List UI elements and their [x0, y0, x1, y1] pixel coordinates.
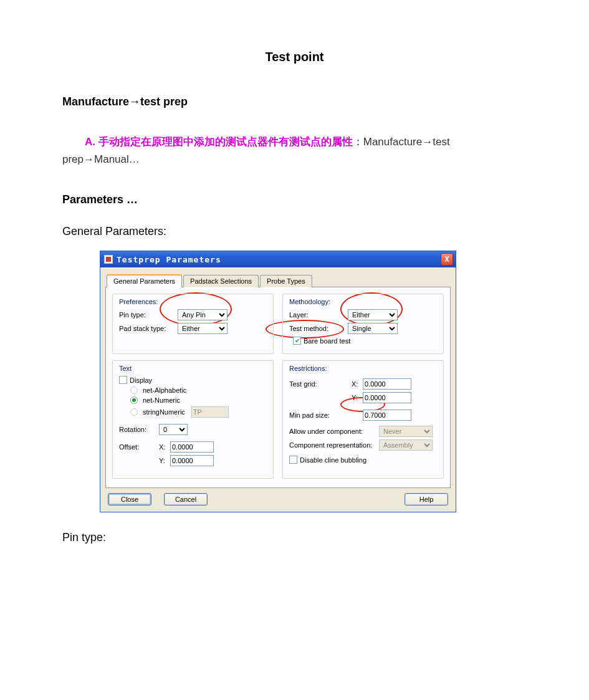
tab-panel-general: Preferences: Pin type: Any Pin Pad stack…	[105, 287, 451, 488]
label-x: X:	[352, 380, 360, 388]
label-comp-rep: Component representation:	[289, 441, 376, 449]
label-pin-type: Pin type:	[119, 311, 175, 319]
label-padstack-type: Pad stack type:	[119, 325, 175, 332]
select-test-method[interactable]: Single	[348, 323, 398, 334]
label-string-numeric: stringNumeric	[143, 408, 185, 416]
label-bare-board: Bare board test	[304, 337, 350, 345]
label-net-numeric: net-Numeric	[143, 396, 180, 404]
checkbox-bare-board[interactable]	[293, 337, 301, 345]
label-rotation: Rotation:	[119, 426, 156, 433]
label-min-pad: Min pad size:	[289, 411, 349, 419]
label-layer: Layer:	[289, 311, 345, 319]
select-pin-type[interactable]: Any Pin	[178, 309, 227, 320]
note-highlight: A. 手动指定在原理图中添加的测试点器件有测试点的属性	[85, 136, 353, 148]
label-allow-under: Allow under component:	[289, 428, 376, 435]
app-icon	[104, 255, 113, 264]
group-title: Methodology:	[289, 298, 437, 305]
group-methodology: Methodology: Layer: Either Test method: …	[282, 294, 444, 354]
select-comp-rep: Assembly	[379, 439, 433, 451]
radio-string-numeric[interactable]	[130, 408, 138, 416]
checkbox-display[interactable]	[119, 376, 127, 384]
titlebar: Testprep Parameters X	[100, 251, 456, 267]
cancel-button[interactable]: Cancel	[164, 493, 208, 506]
group-restrictions: Restrictions: Test grid: X: Y: Min	[282, 360, 444, 479]
group-title: Preferences:	[119, 298, 267, 305]
general-heading: General Parameters:	[62, 225, 527, 238]
window-title: Testprep Parameters	[117, 255, 441, 264]
dialog-window: Testprep Parameters X General Parameters…	[100, 251, 456, 512]
radio-net-alpha[interactable]	[130, 386, 138, 394]
button-row: Close Cancel Help	[105, 488, 451, 507]
label-offset: Offset:	[119, 443, 156, 451]
tab-general[interactable]: General Parameters	[107, 274, 182, 287]
input-string-prefix	[191, 406, 229, 418]
pin-type-label: Pin type:	[62, 531, 527, 544]
checkbox-disable-bubble[interactable]	[289, 456, 297, 464]
label-display: Display	[130, 376, 152, 384]
label-net-alpha: net-Alphabetic	[143, 386, 186, 394]
label-y: Y:	[159, 457, 168, 464]
select-padstack-type[interactable]: Either	[178, 323, 227, 334]
close-button[interactable]: Close	[108, 493, 151, 506]
input-testgrid-x[interactable]	[363, 378, 411, 390]
label-test-method: Test method:	[289, 325, 345, 332]
tab-probe[interactable]: Probe Types	[260, 275, 312, 287]
label-test-grid: Test grid:	[289, 380, 349, 388]
input-testgrid-y[interactable]	[363, 392, 411, 403]
select-layer[interactable]: Either	[348, 309, 398, 320]
input-offset-y[interactable]	[170, 455, 214, 466]
group-preferences: Preferences: Pin type: Any Pin Pad stack…	[112, 294, 274, 354]
page-title: Test point	[62, 50, 527, 64]
tabstrip: General Parameters Padstack Selections P…	[105, 271, 451, 287]
select-rotation[interactable]: 0	[159, 424, 188, 435]
section-subtitle: Manufacture→test prep	[62, 95, 527, 108]
radio-net-numeric[interactable]	[130, 396, 138, 404]
group-title: Restrictions:	[289, 365, 437, 372]
label-y: Y:	[352, 394, 360, 401]
label-disable-bubble: Disable cline bubbling	[300, 456, 366, 464]
close-icon[interactable]: X	[441, 253, 453, 266]
input-min-pad[interactable]	[363, 410, 411, 421]
parameters-heading: Parameters …	[62, 193, 527, 206]
select-allow-under: Never	[379, 426, 433, 437]
tab-padstack[interactable]: Padstack Selections	[183, 275, 259, 287]
group-title: Text	[119, 365, 267, 372]
help-button[interactable]: Help	[405, 493, 448, 506]
note-line: A. 手动指定在原理图中添加的测试点器件有测试点的属性：Manufacture→…	[62, 133, 527, 168]
input-offset-x[interactable]	[170, 441, 214, 453]
group-text: Text Display net-Alphabetic net-Numeric	[112, 360, 274, 479]
label-x: X:	[159, 443, 168, 451]
